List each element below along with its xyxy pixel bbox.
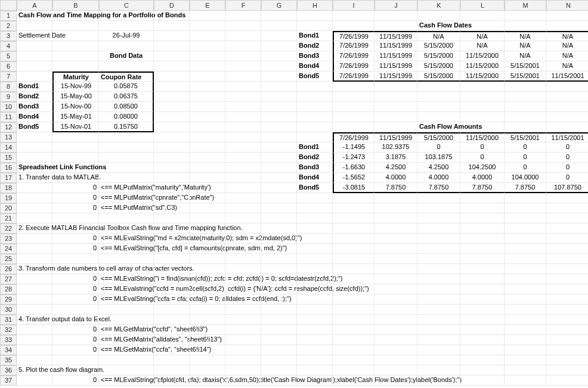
empty-cell[interactable]	[225, 11, 261, 21]
empty-cell[interactable]	[99, 365, 154, 375]
empty-cell[interactable]	[261, 102, 297, 112]
empty-cell[interactable]	[546, 274, 588, 284]
empty-cell[interactable]	[417, 284, 460, 294]
empty-cell[interactable]	[333, 345, 375, 355]
empty-cell[interactable]	[505, 294, 546, 305]
empty-cell[interactable]	[17, 61, 52, 72]
empty-cell[interactable]	[417, 335, 460, 345]
empty-cell[interactable]	[546, 254, 588, 264]
empty-cell[interactable]	[333, 244, 375, 254]
empty-cell[interactable]	[225, 82, 261, 92]
empty-cell[interactable]	[225, 21, 261, 31]
empty-cell[interactable]	[190, 132, 225, 142]
empty-cell[interactable]	[225, 173, 261, 183]
empty-cell[interactable]	[375, 11, 417, 21]
empty-cell[interactable]	[460, 102, 505, 112]
empty-cell[interactable]	[333, 294, 375, 305]
empty-cell[interactable]	[17, 294, 52, 305]
empty-cell[interactable]	[225, 345, 261, 355]
empty-cell[interactable]	[417, 254, 460, 264]
empty-cell[interactable]	[154, 203, 190, 213]
empty-cell[interactable]	[154, 183, 190, 193]
empty-cell[interactable]	[154, 375, 190, 386]
empty-cell[interactable]	[154, 274, 190, 284]
row-header[interactable]: 25	[0, 254, 17, 264]
empty-cell[interactable]	[52, 173, 99, 183]
empty-cell[interactable]	[17, 274, 52, 284]
empty-cell[interactable]	[417, 82, 460, 92]
empty-cell[interactable]	[460, 193, 505, 203]
empty-cell[interactable]	[190, 41, 225, 51]
empty-cell[interactable]	[261, 365, 297, 375]
empty-cell[interactable]	[546, 365, 588, 375]
empty-cell[interactable]	[297, 122, 333, 132]
empty-cell[interactable]	[505, 254, 546, 264]
empty-cell[interactable]	[154, 82, 190, 92]
empty-cell[interactable]	[417, 102, 460, 112]
empty-cell[interactable]	[333, 375, 375, 386]
empty-cell[interactable]	[154, 163, 190, 173]
column-header[interactable]: M	[505, 0, 546, 11]
empty-cell[interactable]	[261, 21, 297, 31]
empty-cell[interactable]	[297, 254, 333, 264]
row-header[interactable]: 10	[0, 102, 17, 112]
empty-cell[interactable]	[154, 234, 190, 244]
empty-cell[interactable]	[375, 203, 417, 213]
empty-cell[interactable]	[190, 224, 225, 234]
column-header[interactable]: F	[225, 0, 261, 11]
empty-cell[interactable]	[375, 254, 417, 264]
empty-cell[interactable]	[17, 21, 52, 31]
empty-cell[interactable]	[190, 153, 225, 163]
empty-cell[interactable]	[225, 213, 261, 224]
empty-cell[interactable]	[460, 112, 505, 122]
empty-cell[interactable]	[154, 112, 190, 122]
spreadsheet-grid[interactable]: ABCDEFGHIJKLMN1Cash Flow and Time Mappin…	[0, 0, 588, 386]
row-header[interactable]: 2	[0, 21, 17, 31]
empty-cell[interactable]	[225, 72, 261, 82]
empty-cell[interactable]	[17, 132, 52, 142]
row-header[interactable]: 26	[0, 264, 17, 274]
empty-cell[interactable]	[460, 21, 505, 31]
empty-cell[interactable]	[154, 142, 190, 153]
empty-cell[interactable]	[375, 305, 417, 315]
empty-cell[interactable]	[190, 244, 225, 254]
empty-cell[interactable]	[261, 142, 297, 153]
empty-cell[interactable]	[225, 61, 261, 72]
empty-cell[interactable]	[417, 92, 460, 102]
empty-cell[interactable]	[460, 315, 505, 325]
empty-cell[interactable]	[190, 193, 225, 203]
empty-cell[interactable]	[261, 193, 297, 203]
empty-cell[interactable]	[99, 132, 154, 142]
column-header[interactable]: A	[17, 0, 52, 11]
empty-cell[interactable]	[154, 153, 190, 163]
empty-cell[interactable]	[225, 193, 261, 203]
empty-cell[interactable]	[261, 284, 297, 294]
empty-cell[interactable]	[17, 305, 52, 315]
empty-cell[interactable]	[225, 112, 261, 122]
empty-cell[interactable]	[17, 234, 52, 244]
empty-cell[interactable]	[546, 294, 588, 305]
empty-cell[interactable]	[505, 335, 546, 345]
column-header[interactable]: I	[333, 0, 375, 11]
empty-cell[interactable]	[417, 355, 460, 365]
empty-cell[interactable]	[225, 122, 261, 132]
empty-cell[interactable]	[417, 193, 460, 203]
row-header[interactable]: 32	[0, 325, 17, 335]
empty-cell[interactable]	[417, 274, 460, 284]
empty-cell[interactable]	[375, 244, 417, 254]
column-header[interactable]: J	[375, 0, 417, 11]
empty-cell[interactable]	[261, 31, 297, 41]
empty-cell[interactable]	[17, 254, 52, 264]
empty-cell[interactable]	[99, 142, 154, 153]
empty-cell[interactable]	[154, 355, 190, 365]
empty-cell[interactable]	[505, 365, 546, 375]
empty-cell[interactable]	[375, 122, 417, 132]
empty-cell[interactable]	[99, 41, 154, 51]
empty-cell[interactable]	[225, 142, 261, 153]
empty-cell[interactable]	[460, 355, 505, 365]
empty-cell[interactable]	[99, 355, 154, 365]
empty-cell[interactable]	[52, 365, 99, 375]
empty-cell[interactable]	[154, 122, 190, 132]
empty-cell[interactable]	[99, 153, 154, 163]
empty-cell[interactable]	[225, 51, 261, 61]
